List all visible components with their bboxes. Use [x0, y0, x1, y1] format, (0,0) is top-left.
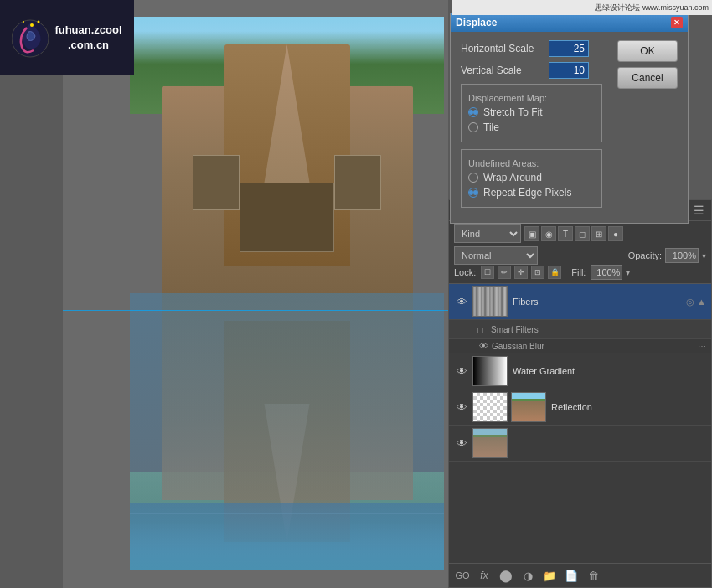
reflection-layer-item[interactable]: 👁 Reflection	[449, 389, 711, 426]
svg-point-1	[30, 23, 34, 27]
wrap-around-label: Wrap Around	[483, 172, 542, 183]
delete-layer-icon[interactable]: 🗑	[585, 567, 601, 584]
lock-check-icon[interactable]: ☐	[481, 266, 494, 279]
water-gradient-layer-item[interactable]: 👁 Water Gradient	[449, 353, 711, 389]
undefined-areas-group: Undefined Areas: Wrap Around Repeat Edge…	[461, 149, 602, 208]
lock-label: Lock:	[454, 267, 476, 277]
dialog-title: Displace	[456, 17, 497, 28]
layers-controls: Kind ▣ ◉ T ◻ ⊞ ● Normal Opacity:	[449, 221, 711, 284]
fibers-eye-icon[interactable]: 👁	[454, 294, 469, 309]
dialog-body: Horizontal Scale Vertical Scale Displace…	[451, 32, 688, 223]
fibers-layer-name: Fibers	[513, 297, 686, 307]
smart-filter-mask-icon: ◻	[472, 322, 488, 337]
water-gradient-layer-name: Water Gradient	[513, 366, 706, 376]
kind-smart-icon[interactable]: ⊞	[591, 226, 606, 241]
water-gradient-eye-icon[interactable]: 👁	[454, 364, 469, 379]
kind-circle-icon[interactable]: ●	[608, 226, 623, 241]
opacity-input[interactable]	[665, 248, 699, 263]
layer-go-to-icon[interactable]: GO	[454, 567, 471, 584]
logo-area: fuhuan.zcool .com.cn	[0, 0, 134, 75]
lock-row: Lock: ☐ ✏ ✛ ⊡ 🔒 Fill: ▾	[454, 265, 706, 280]
opacity-label: Opacity:	[628, 250, 662, 260]
fibers-smart-icon: ◎	[686, 297, 694, 307]
horizontal-scale-input[interactable]	[549, 40, 589, 57]
kind-pixel-icon[interactable]: ▣	[524, 226, 539, 241]
layers-bottom-toolbar: GO fx ⬤ ◑ 📁 📄 🗑	[449, 563, 711, 587]
lock-paint-icon[interactable]: ✏	[498, 266, 511, 279]
svg-point-3	[23, 21, 24, 23]
opacity-row: Opacity: ▾	[628, 248, 706, 263]
lock-move-icon[interactable]: ✛	[514, 266, 528, 279]
cancel-button[interactable]: Cancel	[617, 67, 678, 89]
new-group-icon[interactable]: 📁	[541, 567, 558, 584]
reflection-layer-name: Reflection	[551, 402, 706, 412]
horizontal-scale-label: Horizontal Scale	[461, 43, 549, 54]
repeat-edge-row[interactable]: Repeat Edge Pixels	[468, 187, 595, 199]
logo-line2: .com.cn	[54, 38, 121, 53]
svg-point-2	[38, 20, 40, 23]
opacity-dropdown-icon[interactable]: ▾	[702, 251, 706, 260]
layer-adjustment-icon[interactable]: ◑	[519, 567, 536, 584]
new-layer-icon[interactable]: 📄	[563, 567, 580, 584]
fibers-thumb	[472, 286, 508, 317]
kind-shape-icon[interactable]: ◻	[575, 226, 590, 241]
gaussian-eye-icon[interactable]: 👁	[479, 341, 488, 351]
water-gradient-thumb	[472, 356, 508, 386]
fibers-expand-icon[interactable]: ▲	[697, 297, 706, 307]
repeat-edge-label: Repeat Edge Pixels	[483, 187, 571, 199]
layer-mask-icon[interactable]: ⬤	[498, 567, 514, 584]
kind-icons: ▣ ◉ T ◻ ⊞ ●	[524, 226, 623, 241]
bottom-layer-thumb	[472, 428, 508, 458]
displace-dialog: Displace ✕ Horizontal Scale Vertical Sca…	[450, 13, 689, 224]
tile-radio[interactable]	[468, 122, 478, 132]
reflection-thumb	[472, 392, 508, 422]
layers-bottom-icons: GO fx ⬤ ◑ 📁 📄 🗑	[454, 567, 601, 584]
lock-crop-icon[interactable]: ⊡	[531, 266, 544, 279]
watermark-bar: 思绿设计论坛 www.missyuan.com	[452, 0, 712, 15]
vertical-scale-label: Vertical Scale	[461, 64, 549, 76]
smart-filters-label: Smart Filters	[491, 325, 539, 334]
layers-menu-icon[interactable]: ☰	[694, 204, 704, 217]
dialog-titlebar: Displace ✕	[451, 13, 688, 32]
vertical-scale-input[interactable]	[549, 62, 589, 79]
gaussian-settings-icon[interactable]: ⋯	[698, 342, 706, 351]
stretch-to-fit-row[interactable]: Stretch To Fit	[468, 106, 595, 118]
canvas-image	[130, 17, 444, 570]
repeat-edge-radio[interactable]	[468, 188, 478, 198]
bottom-layer-eye-icon[interactable]: 👁	[454, 436, 469, 451]
gaussian-blur-label: Gaussian Blur	[492, 342, 544, 351]
fibers-layer-item[interactable]: 👁 Fibers ◎ ▲	[449, 284, 711, 320]
tile-row[interactable]: Tile	[468, 121, 595, 133]
canvas-area	[63, 0, 448, 588]
fill-label: Fill:	[571, 267, 586, 277]
horizontal-scale-row: Horizontal Scale	[461, 40, 602, 57]
lock-all-icon[interactable]: 🔒	[548, 266, 561, 279]
kind-type-icon[interactable]: T	[558, 226, 573, 241]
smart-filters-row: ◻ Smart Filters	[449, 320, 711, 339]
reflection-eye-icon[interactable]: 👁	[454, 400, 469, 415]
kind-select[interactable]: Kind	[454, 224, 521, 243]
displacement-map-group: Displacement Map: Stretch To Fit Tile	[461, 84, 602, 142]
layer-fx-icon[interactable]: fx	[476, 567, 493, 584]
gaussian-blur-row[interactable]: 👁 Gaussian Blur ⋯	[449, 339, 711, 353]
logo-line1: fuhuan.zcool	[54, 23, 121, 38]
vertical-scale-row: Vertical Scale	[461, 62, 602, 79]
ok-button[interactable]: OK	[617, 40, 678, 62]
fill-dropdown-icon[interactable]: ▾	[626, 268, 630, 277]
blend-mode-select[interactable]: Normal	[454, 246, 538, 265]
logo-icon	[12, 15, 49, 61]
watermark-text: 思绿设计论坛 www.missyuan.com	[595, 3, 709, 13]
canvas-divider-line	[63, 310, 448, 311]
dialog-window-controls: ✕	[671, 17, 683, 28]
stretch-to-fit-radio[interactable]	[468, 107, 478, 117]
wrap-around-radio[interactable]	[468, 173, 478, 183]
bottom-layer-item[interactable]: 👁	[449, 426, 711, 462]
dialog-close-button[interactable]: ✕	[671, 17, 683, 28]
dialog-right-buttons: OK Cancel	[609, 40, 678, 214]
fill-input[interactable]	[591, 265, 622, 280]
tile-label: Tile	[483, 121, 499, 133]
layer-kind-row: Kind ▣ ◉ T ◻ ⊞ ●	[454, 224, 706, 243]
kind-adjust-icon[interactable]: ◉	[541, 226, 556, 241]
wrap-around-row[interactable]: Wrap Around	[468, 172, 595, 183]
fibers-layer-icons: ◎ ▲	[686, 297, 706, 307]
